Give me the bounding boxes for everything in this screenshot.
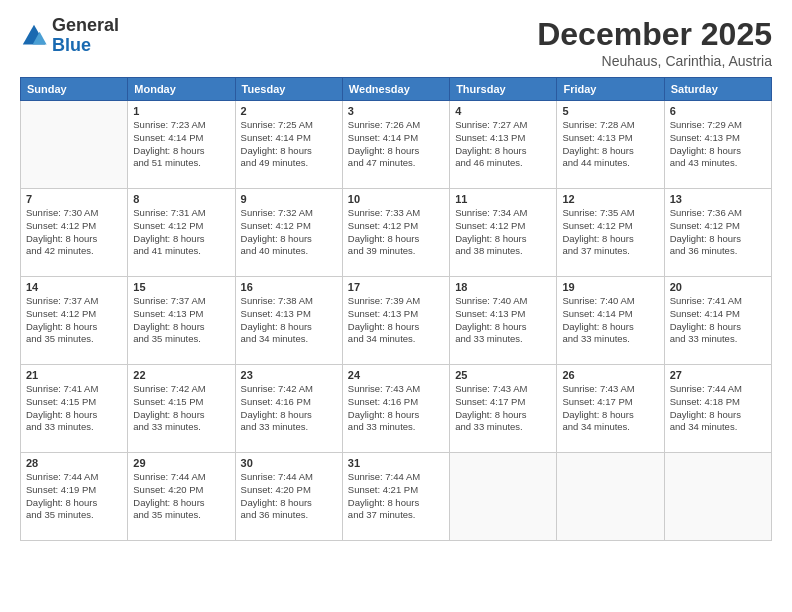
day-info: Sunrise: 7:27 AMSunset: 4:13 PMDaylight:…: [455, 119, 551, 170]
calendar-cell: 24Sunrise: 7:43 AMSunset: 4:16 PMDayligh…: [342, 365, 449, 453]
calendar-cell: [21, 101, 128, 189]
calendar-cell: [450, 453, 557, 541]
calendar-cell: 31Sunrise: 7:44 AMSunset: 4:21 PMDayligh…: [342, 453, 449, 541]
day-number: 27: [670, 369, 766, 381]
week-row-4: 28Sunrise: 7:44 AMSunset: 4:19 PMDayligh…: [21, 453, 772, 541]
day-number: 21: [26, 369, 122, 381]
calendar-cell: 9Sunrise: 7:32 AMSunset: 4:12 PMDaylight…: [235, 189, 342, 277]
day-number: 4: [455, 105, 551, 117]
day-info: Sunrise: 7:33 AMSunset: 4:12 PMDaylight:…: [348, 207, 444, 258]
col-tuesday: Tuesday: [235, 78, 342, 101]
day-info: Sunrise: 7:37 AMSunset: 4:12 PMDaylight:…: [26, 295, 122, 346]
day-info: Sunrise: 7:30 AMSunset: 4:12 PMDaylight:…: [26, 207, 122, 258]
month-title: December 2025: [537, 16, 772, 53]
page: General Blue December 2025 Neuhaus, Cari…: [0, 0, 792, 612]
calendar-cell: 11Sunrise: 7:34 AMSunset: 4:12 PMDayligh…: [450, 189, 557, 277]
calendar-cell: 27Sunrise: 7:44 AMSunset: 4:18 PMDayligh…: [664, 365, 771, 453]
calendar-cell: 3Sunrise: 7:26 AMSunset: 4:14 PMDaylight…: [342, 101, 449, 189]
calendar-cell: 15Sunrise: 7:37 AMSunset: 4:13 PMDayligh…: [128, 277, 235, 365]
day-info: Sunrise: 7:43 AMSunset: 4:17 PMDaylight:…: [562, 383, 658, 434]
logo-icon: [20, 22, 48, 50]
calendar-cell: 2Sunrise: 7:25 AMSunset: 4:14 PMDaylight…: [235, 101, 342, 189]
day-info: Sunrise: 7:42 AMSunset: 4:16 PMDaylight:…: [241, 383, 337, 434]
day-number: 29: [133, 457, 229, 469]
calendar-cell: 26Sunrise: 7:43 AMSunset: 4:17 PMDayligh…: [557, 365, 664, 453]
logo: General Blue: [20, 16, 119, 56]
calendar-cell: [664, 453, 771, 541]
day-number: 5: [562, 105, 658, 117]
calendar-cell: 12Sunrise: 7:35 AMSunset: 4:12 PMDayligh…: [557, 189, 664, 277]
day-number: 12: [562, 193, 658, 205]
col-sunday: Sunday: [21, 78, 128, 101]
day-info: Sunrise: 7:44 AMSunset: 4:20 PMDaylight:…: [241, 471, 337, 522]
day-number: 11: [455, 193, 551, 205]
col-monday: Monday: [128, 78, 235, 101]
calendar-cell: 19Sunrise: 7:40 AMSunset: 4:14 PMDayligh…: [557, 277, 664, 365]
day-info: Sunrise: 7:34 AMSunset: 4:12 PMDaylight:…: [455, 207, 551, 258]
logo-text: General Blue: [52, 16, 119, 56]
day-number: 25: [455, 369, 551, 381]
calendar-cell: 10Sunrise: 7:33 AMSunset: 4:12 PMDayligh…: [342, 189, 449, 277]
calendar-cell: 29Sunrise: 7:44 AMSunset: 4:20 PMDayligh…: [128, 453, 235, 541]
calendar-cell: 17Sunrise: 7:39 AMSunset: 4:13 PMDayligh…: [342, 277, 449, 365]
week-row-3: 21Sunrise: 7:41 AMSunset: 4:15 PMDayligh…: [21, 365, 772, 453]
day-number: 26: [562, 369, 658, 381]
day-info: Sunrise: 7:43 AMSunset: 4:17 PMDaylight:…: [455, 383, 551, 434]
day-number: 23: [241, 369, 337, 381]
day-number: 14: [26, 281, 122, 293]
day-number: 18: [455, 281, 551, 293]
day-number: 15: [133, 281, 229, 293]
calendar-cell: 14Sunrise: 7:37 AMSunset: 4:12 PMDayligh…: [21, 277, 128, 365]
day-number: 24: [348, 369, 444, 381]
day-number: 22: [133, 369, 229, 381]
calendar: Sunday Monday Tuesday Wednesday Thursday…: [20, 77, 772, 541]
header-row: Sunday Monday Tuesday Wednesday Thursday…: [21, 78, 772, 101]
day-number: 9: [241, 193, 337, 205]
day-info: Sunrise: 7:37 AMSunset: 4:13 PMDaylight:…: [133, 295, 229, 346]
week-row-0: 1Sunrise: 7:23 AMSunset: 4:14 PMDaylight…: [21, 101, 772, 189]
calendar-cell: 22Sunrise: 7:42 AMSunset: 4:15 PMDayligh…: [128, 365, 235, 453]
day-info: Sunrise: 7:44 AMSunset: 4:20 PMDaylight:…: [133, 471, 229, 522]
day-number: 16: [241, 281, 337, 293]
week-row-2: 14Sunrise: 7:37 AMSunset: 4:12 PMDayligh…: [21, 277, 772, 365]
day-number: 17: [348, 281, 444, 293]
day-number: 1: [133, 105, 229, 117]
col-wednesday: Wednesday: [342, 78, 449, 101]
day-info: Sunrise: 7:41 AMSunset: 4:14 PMDaylight:…: [670, 295, 766, 346]
day-info: Sunrise: 7:40 AMSunset: 4:13 PMDaylight:…: [455, 295, 551, 346]
calendar-cell: 23Sunrise: 7:42 AMSunset: 4:16 PMDayligh…: [235, 365, 342, 453]
day-info: Sunrise: 7:23 AMSunset: 4:14 PMDaylight:…: [133, 119, 229, 170]
calendar-cell: 25Sunrise: 7:43 AMSunset: 4:17 PMDayligh…: [450, 365, 557, 453]
logo-general: General: [52, 15, 119, 35]
calendar-cell: 6Sunrise: 7:29 AMSunset: 4:13 PMDaylight…: [664, 101, 771, 189]
calendar-cell: [557, 453, 664, 541]
day-info: Sunrise: 7:32 AMSunset: 4:12 PMDaylight:…: [241, 207, 337, 258]
calendar-cell: 30Sunrise: 7:44 AMSunset: 4:20 PMDayligh…: [235, 453, 342, 541]
day-info: Sunrise: 7:38 AMSunset: 4:13 PMDaylight:…: [241, 295, 337, 346]
day-info: Sunrise: 7:44 AMSunset: 4:19 PMDaylight:…: [26, 471, 122, 522]
calendar-cell: 13Sunrise: 7:36 AMSunset: 4:12 PMDayligh…: [664, 189, 771, 277]
day-info: Sunrise: 7:43 AMSunset: 4:16 PMDaylight:…: [348, 383, 444, 434]
day-info: Sunrise: 7:42 AMSunset: 4:15 PMDaylight:…: [133, 383, 229, 434]
day-number: 6: [670, 105, 766, 117]
header: General Blue December 2025 Neuhaus, Cari…: [20, 16, 772, 69]
day-number: 28: [26, 457, 122, 469]
day-info: Sunrise: 7:28 AMSunset: 4:13 PMDaylight:…: [562, 119, 658, 170]
day-number: 2: [241, 105, 337, 117]
day-info: Sunrise: 7:44 AMSunset: 4:21 PMDaylight:…: [348, 471, 444, 522]
day-number: 30: [241, 457, 337, 469]
day-number: 8: [133, 193, 229, 205]
col-saturday: Saturday: [664, 78, 771, 101]
day-info: Sunrise: 7:29 AMSunset: 4:13 PMDaylight:…: [670, 119, 766, 170]
calendar-cell: 7Sunrise: 7:30 AMSunset: 4:12 PMDaylight…: [21, 189, 128, 277]
col-friday: Friday: [557, 78, 664, 101]
day-info: Sunrise: 7:25 AMSunset: 4:14 PMDaylight:…: [241, 119, 337, 170]
day-info: Sunrise: 7:35 AMSunset: 4:12 PMDaylight:…: [562, 207, 658, 258]
calendar-cell: 20Sunrise: 7:41 AMSunset: 4:14 PMDayligh…: [664, 277, 771, 365]
day-info: Sunrise: 7:44 AMSunset: 4:18 PMDaylight:…: [670, 383, 766, 434]
calendar-cell: 18Sunrise: 7:40 AMSunset: 4:13 PMDayligh…: [450, 277, 557, 365]
logo-blue: Blue: [52, 35, 91, 55]
subtitle: Neuhaus, Carinthia, Austria: [537, 53, 772, 69]
day-number: 7: [26, 193, 122, 205]
day-info: Sunrise: 7:36 AMSunset: 4:12 PMDaylight:…: [670, 207, 766, 258]
